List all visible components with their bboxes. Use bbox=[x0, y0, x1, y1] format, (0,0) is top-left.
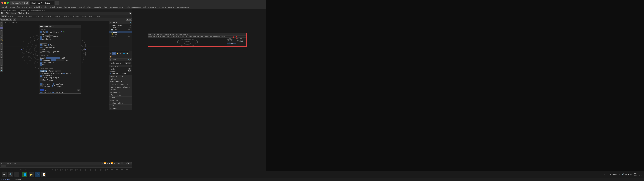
tool-spin[interactable]: ⟳ bbox=[0, 61, 3, 64]
ws-tab-uv[interactable]: UV Editing bbox=[24, 15, 33, 17]
menu-window[interactable]: Window bbox=[17, 12, 25, 14]
tool-cursor[interactable]: ⊕ bbox=[0, 22, 3, 24]
statistics-checkbox[interactable] bbox=[50, 36, 51, 38]
prop-search-icon[interactable]: 🔍 bbox=[128, 59, 130, 61]
visibility-eye-2[interactable]: 👁 bbox=[128, 29, 130, 31]
origins-cb[interactable] bbox=[40, 51, 42, 52]
edge-angle-cb[interactable] bbox=[40, 86, 42, 87]
render-samples-val[interactable]: 64 bbox=[128, 68, 131, 70]
edit-mode-dropdown[interactable]: Edit Mode bbox=[0, 18, 9, 20]
mode-faces-btn[interactable]: Faces bbox=[48, 70, 54, 72]
sharp-cb[interactable] bbox=[48, 73, 50, 74]
bookmark-7[interactable]: react-select (forked... bbox=[110, 6, 124, 8]
tool-shear[interactable]: ⬮ bbox=[0, 67, 3, 69]
freestyle-color-swatch[interactable] bbox=[40, 89, 44, 91]
scale-input[interactable] bbox=[45, 33, 53, 36]
play-reverse-btn[interactable]: ◀ bbox=[107, 162, 108, 164]
prop-tab-scene[interactable]: 🌐 bbox=[122, 52, 126, 55]
shadows-header[interactable]: ▶ Shadows bbox=[109, 99, 132, 102]
mode-corner-btn[interactable]: Corner bbox=[55, 70, 61, 72]
visibility-eye-5[interactable]: 👁 bbox=[128, 36, 130, 37]
bookmark-0[interactable]: encryption - How d... bbox=[1, 6, 15, 8]
tab-search[interactable]: blender tab - Google Search bbox=[30, 1, 54, 5]
viewport-subsection-header[interactable]: ▼ Viewport bbox=[109, 110, 132, 110]
end-frame-input[interactable]: 250 bbox=[127, 162, 132, 164]
crease-cb[interactable] bbox=[40, 73, 42, 74]
prop-tab-render[interactable]: 🎬 bbox=[109, 52, 112, 55]
tool-bisect[interactable]: ⊠ bbox=[0, 56, 3, 58]
ws-tab-compositing[interactable]: Compositing bbox=[70, 15, 80, 17]
tool-polyline[interactable]: ⌒ bbox=[0, 59, 3, 61]
tool-rip[interactable]: 🔗 bbox=[0, 70, 3, 72]
minimize-button[interactable] bbox=[4, 2, 6, 4]
seam-cb[interactable] bbox=[63, 73, 65, 74]
timeline-view-label[interactable]: Keying bbox=[1, 162, 6, 164]
tool-annotate[interactable]: ✎ bbox=[0, 36, 3, 38]
wire-checkbox[interactable] bbox=[40, 60, 42, 61]
taskbar-start[interactable]: ⊞ bbox=[2, 172, 7, 177]
jump-end-btn[interactable]: ⏭ bbox=[114, 162, 116, 164]
visibility-eye-3[interactable]: 👁 bbox=[128, 31, 130, 33]
simplify-header[interactable]: ▼ Simplify bbox=[109, 107, 132, 110]
ws-tab-scripting[interactable]: Scripting bbox=[94, 15, 102, 17]
bookmark-8[interactable]: Using DigitalOcean... bbox=[126, 6, 141, 8]
ws-tab-animation[interactable]: Animation bbox=[52, 15, 61, 17]
edge-len-cb[interactable] bbox=[40, 83, 42, 85]
bloom-header[interactable]: ▶ Bloom bbox=[109, 78, 132, 80]
axes-checkbox[interactable] bbox=[53, 31, 55, 33]
bookmark-1[interactable]: (D1) Blender 3.0 Be... bbox=[17, 6, 32, 8]
tab-image[interactable]: 4L3J.png (1405×148) bbox=[10, 1, 29, 5]
ws-tab-texture[interactable]: Texture Paint bbox=[33, 15, 44, 17]
face-angle-cb[interactable] bbox=[52, 86, 53, 87]
taskbar-search[interactable]: 🔍 bbox=[8, 172, 13, 177]
x-axis-btn[interactable]: X bbox=[60, 31, 62, 33]
render-engine-dropdown[interactable]: Eevee bbox=[124, 62, 131, 64]
mesh-analysis-cb[interactable] bbox=[40, 79, 42, 81]
viewport-shading-dropdown[interactable]: ▦ bbox=[9, 18, 12, 20]
taskbar-explorer[interactable]: 📁 bbox=[29, 172, 34, 177]
prop-refresh-icon[interactable]: ↻ bbox=[130, 59, 132, 61]
bookmark-3[interactable]: Application to regi... bbox=[49, 6, 62, 8]
step-fwd-btn[interactable]: ⏩ bbox=[111, 162, 113, 164]
menu-edit[interactable]: Edit bbox=[5, 12, 10, 14]
bones-checkbox[interactable] bbox=[48, 44, 50, 46]
menu-file[interactable]: File bbox=[0, 12, 5, 14]
text-info-checkbox[interactable] bbox=[40, 36, 42, 38]
start-frame-input[interactable]: 1 bbox=[121, 162, 124, 164]
tool-measure[interactable]: 📏 bbox=[0, 39, 3, 41]
tool-move[interactable]: ✛ bbox=[0, 24, 3, 27]
taskbar-chrome[interactable]: 🌐 bbox=[22, 172, 27, 177]
visibility-eye-1[interactable]: 👁 bbox=[129, 27, 131, 28]
indirect-header[interactable]: ▶ Indirect Lighting bbox=[109, 102, 132, 104]
bookmark-other[interactable]: » Other bookmarks bbox=[176, 6, 189, 8]
timeline-keying-label[interactable]: View bbox=[7, 162, 11, 164]
bevel-cb[interactable] bbox=[56, 73, 58, 74]
tool-inset[interactable]: ⬡ bbox=[0, 45, 3, 48]
prop-tab-world[interactable]: 🌍 bbox=[126, 52, 129, 55]
tool-shrink-fatten[interactable]: ◎ bbox=[0, 64, 3, 66]
face-orient-checkbox[interactable] bbox=[40, 62, 42, 64]
taskbar-taskview[interactable]: ⬚ bbox=[14, 172, 20, 177]
prop-tab-output[interactable]: 📁 bbox=[116, 52, 119, 55]
jump-start-btn[interactable]: ⏮ bbox=[102, 162, 103, 164]
prop-tab-particles[interactable]: ✦ bbox=[112, 55, 116, 58]
edge-marks-cb[interactable] bbox=[40, 92, 42, 94]
prop-tab-active[interactable]: ⬡ bbox=[112, 52, 116, 55]
tool-scale[interactable]: ⤡ bbox=[0, 30, 3, 32]
extras-checkbox[interactable] bbox=[40, 44, 42, 46]
ws-tab-rendering[interactable]: Rendering bbox=[61, 15, 70, 17]
prop-tab-object[interactable]: 📦 bbox=[109, 55, 112, 58]
close-button[interactable] bbox=[1, 2, 3, 4]
ws-tab-layout[interactable]: Layout bbox=[0, 15, 7, 17]
wire-bar[interactable] bbox=[51, 59, 64, 61]
bookmark-10[interactable]: TypeScript Features... bbox=[159, 6, 174, 8]
viewport-overlays-btn[interactable]: ⊕ bbox=[13, 18, 16, 20]
curves-header[interactable]: ▶ Curves bbox=[109, 96, 132, 99]
global-dropdown[interactable]: Global bbox=[126, 18, 132, 20]
film-header[interactable]: ▶ Film bbox=[109, 104, 132, 107]
mode-verts-btn[interactable]: Vertices bbox=[40, 70, 48, 72]
visibility-eye-0[interactable]: 👁 bbox=[130, 25, 132, 26]
y-axis-btn[interactable]: Y bbox=[63, 31, 65, 33]
collection-arrow-icon[interactable]: ▼ bbox=[110, 25, 111, 26]
rel-lines-checkbox[interactable] bbox=[40, 46, 42, 48]
